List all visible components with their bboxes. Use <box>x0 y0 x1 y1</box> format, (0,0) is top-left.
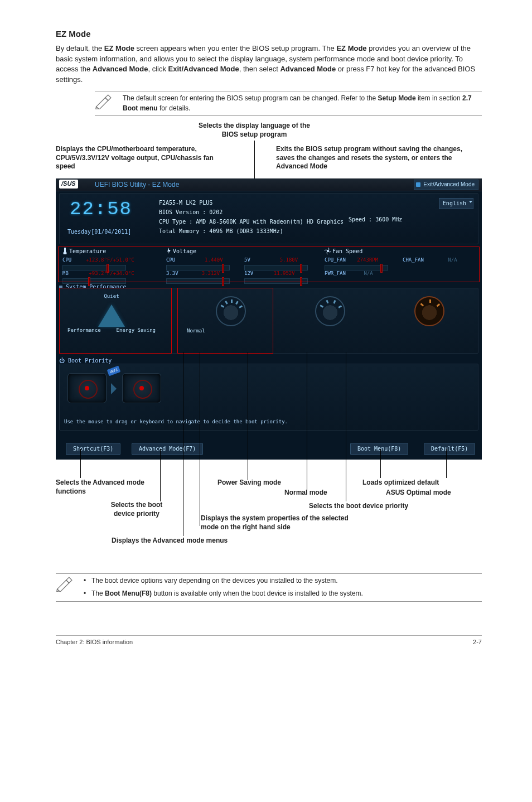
bios-utility-title: UEFI BIOS Utility - EZ Mode <box>95 180 179 190</box>
footer-left: Chapter 2: BIOS information <box>56 638 133 647</box>
shortcut-button[interactable]: Shortcut(F3) <box>66 443 120 456</box>
note2b: The Boot Menu(F8) button is available on… <box>91 590 363 597</box>
ez-mode-heading: EZ Mode <box>56 28 482 40</box>
callout-boot-priority: Selects the boot device priority <box>309 502 408 511</box>
uefi-badge: UEFI <box>107 366 121 376</box>
note-icon <box>95 94 117 110</box>
boot-hint: Use the mouse to drag or keyboard to nav… <box>64 418 288 426</box>
bios-clock: 22:58 <box>70 196 132 223</box>
dropdown-icon <box>469 201 472 203</box>
bios-version: BIOS Version : 0202 <box>159 207 344 217</box>
callout-normal: Normal mode <box>284 489 327 497</box>
callout-boot-sel: Selects the boot device priority <box>100 501 173 518</box>
note1-text: The default screen for entering the BIOS… <box>123 94 482 113</box>
callout-advfn: Selects the Advanced mode functions <box>56 479 145 496</box>
footer-right: 2-7 <box>473 638 482 647</box>
bios-memory: Total Memory : 4096 MB (DDR3 1333MHz) <box>159 226 344 236</box>
callout-sysprop: Displays the system properties of the se… <box>201 514 362 532</box>
arrow-right-icon <box>111 383 117 394</box>
mode-asus-optimal[interactable] <box>283 292 378 336</box>
bios-screenshot: /SUS UEFI BIOS Utility - EZ Mode Exit/Ad… <box>56 178 482 460</box>
asus-logo: /SUS <box>59 180 78 189</box>
note2a: The boot device options vary depending o… <box>91 577 338 584</box>
callout-exit: Exits the BIOS setup program without sav… <box>276 145 466 171</box>
advanced-mode-button[interactable]: Advanced Mode(F7) <box>132 443 203 456</box>
callout-load-default: Loads optimized default <box>362 479 439 487</box>
boot-menu-button[interactable]: Boot Menu(F8) <box>350 443 408 456</box>
intro-paragraph: By default, the EZ Mode screen appears w… <box>56 44 482 85</box>
note-icon <box>56 576 78 593</box>
callout-advmenu: Displays the Advanced mode menus <box>112 537 228 545</box>
callout-power-saving: Power Saving mode <box>217 479 281 487</box>
bios-cpu: CPU Type : AMD A8-5600K APU with Radeon(… <box>159 217 344 226</box>
boot-drive-2[interactable] <box>122 373 161 403</box>
bios-speed: Speed : 3600 MHz <box>349 216 402 224</box>
language-button[interactable]: English <box>439 198 473 210</box>
callout-asus-optimal: ASUS Optimal mode <box>386 489 451 497</box>
callout-temperature: Displays the CPU/motherboard temperature… <box>56 145 234 171</box>
bios-model: F2A55-M LK2 PLUS <box>159 198 344 207</box>
exit-advanced-button[interactable]: Exit/Advanced Mode <box>414 180 478 191</box>
mode-power-saving[interactable] <box>382 292 477 336</box>
callout-language: Selects the display language of the BIOS… <box>193 122 316 139</box>
bios-date: Tuesday[01/04/2011] <box>67 228 131 236</box>
boot-drive-1[interactable] <box>67 373 107 403</box>
default-button[interactable]: Default(F5) <box>424 443 475 456</box>
